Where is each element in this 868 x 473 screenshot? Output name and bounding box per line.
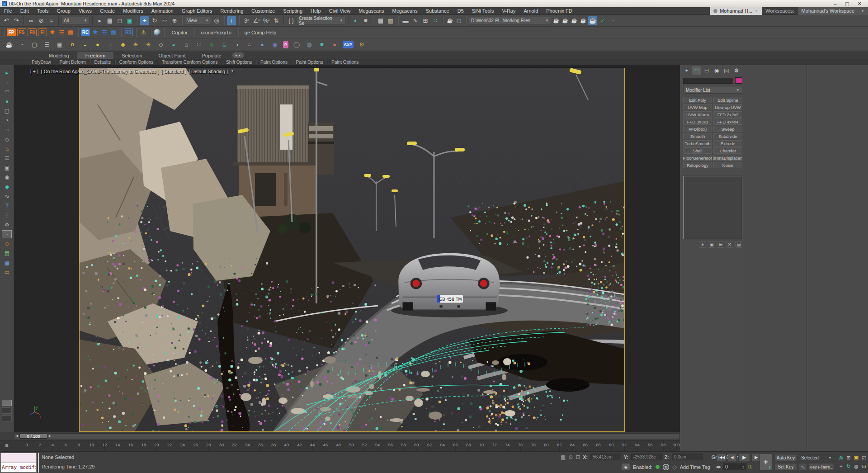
left-toolbar-icon-6[interactable]: ○ bbox=[0, 126, 14, 134]
left-toolbar-icon-8[interactable]: ⌂ bbox=[0, 145, 14, 153]
object-color-swatch[interactable] bbox=[735, 77, 742, 84]
rectangular-selection-region-icon[interactable]: ◻ bbox=[115, 16, 124, 25]
track-bar[interactable]: ≣ 02468101214161820222426283032343638404… bbox=[0, 440, 680, 451]
remove-modifier-icon[interactable]: ✕ bbox=[726, 241, 733, 248]
create-toolbar-icon-25[interactable]: ≡ bbox=[317, 40, 326, 49]
warning-icon[interactable]: ⚠ bbox=[139, 28, 148, 37]
modifier-button-unwrap-uvw[interactable]: Unwrap UVW bbox=[713, 104, 742, 110]
menu-v-ray[interactable]: V-Ray bbox=[498, 8, 520, 14]
render-check-icon[interactable]: ✓ bbox=[598, 16, 607, 25]
create-toolbar-icon-2[interactable]: ▢ bbox=[30, 40, 39, 49]
set-key-button[interactable]: Set Key bbox=[774, 463, 797, 470]
render-preset-4-icon[interactable]: ☕ bbox=[579, 16, 587, 25]
create-toolbar-icon-9[interactable]: ♣ bbox=[118, 40, 127, 49]
zoom-icon[interactable]: ◎ bbox=[837, 454, 844, 462]
align-icon[interactable]: ≡ bbox=[361, 16, 370, 25]
modifier-button-uvw-map[interactable]: UVW Map bbox=[683, 104, 712, 110]
menu-customize[interactable]: Customize bbox=[247, 8, 279, 14]
orbit-icon[interactable]: ↻ bbox=[845, 462, 852, 470]
x-coordinate-input[interactable]: 56.413cm bbox=[590, 454, 621, 460]
zoom-all-icon[interactable]: ⊞ bbox=[845, 454, 852, 462]
maxscript-mini-listener[interactable]: Array modifi bbox=[0, 453, 37, 473]
menu-views[interactable]: Views bbox=[75, 8, 96, 14]
viewport-layout-tab[interactable] bbox=[2, 415, 12, 421]
menu-rendering[interactable]: Rendering bbox=[217, 8, 248, 14]
key-icon[interactable]: ⚿ bbox=[748, 464, 752, 470]
menu-create[interactable]: Create bbox=[96, 8, 119, 14]
ribbon-config-icon[interactable]: ● ▼ bbox=[232, 52, 244, 58]
menu-modifiers[interactable]: Modifiers bbox=[119, 8, 147, 14]
default-in-out-tangents-icon[interactable]: ∿ bbox=[799, 463, 807, 470]
enabled-count-badge[interactable]: 0 bbox=[663, 464, 669, 470]
railclone-tool-icon-2[interactable]: ▦ bbox=[109, 28, 118, 37]
render-setup-icon[interactable]: ☕ bbox=[446, 16, 454, 25]
menu-help[interactable]: Help bbox=[307, 8, 325, 14]
left-toolbar-icon-11[interactable]: ◉ bbox=[0, 173, 14, 181]
create-toolbar-icon-11[interactable]: ☀ bbox=[144, 40, 153, 49]
left-toolbar-icon-7[interactable]: ◇ bbox=[0, 135, 14, 143]
left-toolbar-icon-3[interactable]: ● bbox=[0, 97, 14, 105]
create-tab-icon[interactable]: + bbox=[682, 66, 691, 75]
left-toolbar-icon-4[interactable]: ▢ bbox=[0, 107, 14, 115]
viewport-label[interactable]: [ + ] [ On the Road Again_CAM1-The Journ… bbox=[30, 69, 235, 74]
render-preset-2-icon[interactable]: ☕ bbox=[561, 16, 569, 25]
next-frame-arrow-icon[interactable]: ▶ bbox=[47, 434, 52, 439]
forestpack-fi-button[interactable]: Fi bbox=[38, 28, 47, 36]
menu-tools[interactable]: Tools bbox=[33, 8, 53, 14]
left-toolbar-icon-21[interactable]: ▭ bbox=[0, 268, 14, 276]
railclone-tool-icon-1[interactable]: ☰ bbox=[100, 28, 109, 37]
modify-tab-icon[interactable]: ◠ bbox=[692, 66, 701, 75]
left-toolbar-icon-20[interactable]: ▦ bbox=[0, 259, 14, 267]
ribbon-panel-paint-deform-1[interactable]: Paint Deform bbox=[56, 60, 89, 65]
pin-stack-icon[interactable]: ∗ bbox=[699, 241, 706, 248]
railclone-rb-button[interactable]: RB bbox=[124, 28, 133, 36]
script-button-oronaproxyto[interactable]: oronaProxyTo bbox=[196, 30, 236, 35]
current-frame-input[interactable]: 0 ▲▼ bbox=[723, 464, 746, 470]
redo-icon[interactable]: ↷ bbox=[12, 16, 21, 25]
show-end-result-icon[interactable]: ▣ bbox=[708, 241, 715, 248]
ribbon-tab-populate[interactable]: Populate bbox=[193, 52, 229, 59]
create-toolbar-icon-13[interactable]: ◕ bbox=[169, 40, 178, 49]
left-toolbar-icon-13[interactable]: ∿ bbox=[0, 192, 14, 200]
key-selection-dropdown[interactable]: Selected ▼ bbox=[799, 454, 834, 461]
viewport-shading-label[interactable]: [ Default Shading ] bbox=[189, 69, 227, 74]
create-toolbar-icon-6[interactable]: ◒ bbox=[80, 40, 90, 49]
minimize-button[interactable]: – bbox=[834, 1, 836, 7]
create-toolbar-icon-15[interactable]: ∷ bbox=[194, 40, 203, 49]
modifier-button-smooth[interactable]: Smooth bbox=[683, 133, 712, 139]
menu-graph-editors[interactable]: Graph Editors bbox=[178, 8, 217, 14]
ribbon-tab-modeling[interactable]: Modeling bbox=[41, 52, 77, 59]
edit-named-selection-sets-icon[interactable]: { } bbox=[287, 16, 296, 25]
key-filters-button[interactable]: Key Filters... bbox=[809, 463, 834, 470]
menu-animation[interactable]: Animation bbox=[147, 8, 178, 14]
pan-icon[interactable]: ＋ bbox=[837, 462, 844, 470]
field-of-view-icon[interactable]: ◱ bbox=[860, 454, 868, 462]
create-toolbar-icon-8[interactable]: ◌ bbox=[106, 40, 115, 49]
ribbon-tab-selection[interactable]: Selection bbox=[113, 52, 150, 59]
maximize-viewport-toggle-icon[interactable]: ⊡ bbox=[860, 462, 868, 470]
key-mode-toggle-icon[interactable]: ◀▶ bbox=[716, 465, 721, 469]
auto-key-button[interactable]: Auto Key bbox=[774, 454, 797, 461]
material-editor-icon[interactable]: ∷ bbox=[431, 16, 440, 25]
play-button[interactable]: ▶ bbox=[738, 454, 750, 461]
create-toolbar-icon-26[interactable]: ● bbox=[330, 40, 339, 49]
create-toolbar-icon-7[interactable]: ● bbox=[93, 40, 102, 49]
unlink-selection-icon[interactable]: ⊘ bbox=[37, 16, 46, 25]
macro-recorder-pane[interactable] bbox=[1, 453, 36, 463]
menu-phoenix-fd[interactable]: Phoenix FD bbox=[542, 8, 576, 14]
select-and-place-icon[interactable]: ⊕ bbox=[170, 16, 179, 25]
viewport-layout-tab[interactable] bbox=[2, 407, 12, 414]
mirror-icon[interactable]: ◐ bbox=[351, 16, 360, 25]
menu-megascans[interactable]: Megascans bbox=[388, 8, 421, 14]
p-plugin-icon[interactable]: P bbox=[283, 41, 288, 48]
menu-civil-view[interactable]: Civil View bbox=[325, 8, 354, 14]
object-name-field[interactable] bbox=[683, 78, 733, 84]
menu-substance[interactable]: Substance bbox=[422, 8, 453, 14]
undo-icon[interactable]: ↶ bbox=[2, 16, 11, 25]
railclone-button[interactable]: RC bbox=[81, 28, 90, 36]
modifier-button-ffd-3x3x3[interactable]: FFD 3x3x3 bbox=[683, 118, 712, 125]
left-toolbar-icon-12[interactable]: ◆ bbox=[0, 183, 14, 191]
select-by-name-icon[interactable]: ▤ bbox=[105, 16, 114, 25]
railclone-tool-icon-0[interactable]: ✱ bbox=[91, 28, 100, 37]
ribbon-panel-paint-options-8[interactable]: Paint Options bbox=[328, 60, 362, 65]
